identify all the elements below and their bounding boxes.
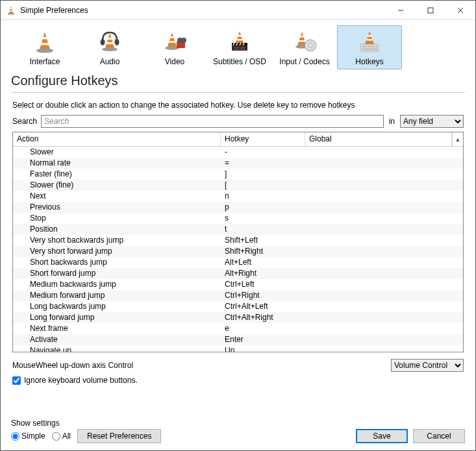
svg-point-16 bbox=[101, 39, 105, 45]
column-hotkey[interactable]: Hotkey bbox=[221, 132, 305, 146]
instruction-text: Select or double click an action to chan… bbox=[1, 98, 475, 114]
tab-label: Interface bbox=[30, 57, 60, 66]
table-row[interactable]: Long backwards jumpCtrl+Alt+Left bbox=[13, 301, 463, 312]
cell-hotkey: Alt+Right bbox=[221, 268, 305, 279]
table-row[interactable]: Short forward jumpAlt+Right bbox=[13, 268, 463, 279]
svg-marker-8 bbox=[40, 32, 50, 49]
cancel-button[interactable]: Cancel bbox=[413, 429, 465, 443]
table-row[interactable]: Medium backwards jumpCtrl+Left bbox=[13, 279, 463, 290]
ignore-kb-text: Ignore keyboard volume buttons. bbox=[24, 376, 138, 385]
cell-global bbox=[305, 290, 463, 301]
cell-global bbox=[305, 213, 463, 224]
radio-all[interactable] bbox=[52, 432, 60, 441]
cell-action: Next frame bbox=[13, 323, 221, 334]
cell-global bbox=[305, 147, 463, 158]
table-body[interactable]: Slower-Normal rate=Faster (fine)]Slower … bbox=[13, 147, 463, 352]
mousewheel-select[interactable]: Volume Control bbox=[391, 359, 464, 372]
table-row[interactable]: Next framee bbox=[13, 323, 463, 334]
cell-action: Medium backwards jump bbox=[13, 279, 221, 290]
tab-input-codecs[interactable]: Input / Codecs bbox=[272, 25, 337, 69]
cell-hotkey: n bbox=[221, 191, 305, 202]
svg-point-17 bbox=[115, 39, 119, 45]
cone-icon bbox=[32, 30, 57, 55]
column-action[interactable]: Action bbox=[13, 132, 221, 146]
cone-clapper-icon: 12:45 bbox=[227, 30, 252, 55]
cone-headphones-icon bbox=[97, 30, 122, 55]
search-input[interactable] bbox=[41, 115, 384, 128]
minimize-button[interactable] bbox=[386, 1, 416, 20]
cell-hotkey: [ bbox=[221, 180, 305, 191]
divider bbox=[11, 92, 465, 93]
tab-hotkeys[interactable]: Hotkeys bbox=[337, 25, 402, 69]
show-settings-label: Show settings bbox=[11, 419, 465, 428]
svg-point-40 bbox=[309, 44, 312, 47]
search-field-select[interactable]: Any field bbox=[400, 115, 464, 128]
column-global[interactable]: Global bbox=[305, 132, 452, 146]
radio-all-label[interactable]: All bbox=[52, 432, 71, 441]
cell-global bbox=[305, 301, 463, 312]
cell-hotkey: Up bbox=[221, 345, 305, 352]
cell-hotkey: Alt+Left bbox=[221, 257, 305, 268]
table-row[interactable]: Faster (fine)] bbox=[13, 169, 463, 180]
radio-simple-label[interactable]: Simple bbox=[11, 432, 45, 441]
ignore-kb-checkbox[interactable] bbox=[12, 376, 21, 385]
table-row[interactable]: Positiont bbox=[13, 224, 463, 235]
table-row[interactable]: Short backwards jumpAlt+Left bbox=[13, 257, 463, 268]
svg-rect-50 bbox=[375, 46, 377, 48]
search-row: Search in Any field bbox=[1, 114, 475, 132]
table-row[interactable]: Medium forward jumpCtrl+Right bbox=[13, 290, 463, 301]
tab-subtitles[interactable]: 12:45 Subtitles / OSD bbox=[207, 25, 272, 69]
cell-action: Position bbox=[13, 224, 221, 235]
svg-rect-48 bbox=[370, 46, 372, 48]
svg-marker-25 bbox=[236, 31, 244, 43]
cell-hotkey: Ctrl+Alt+Right bbox=[221, 312, 305, 323]
table-row[interactable]: Nextn bbox=[13, 191, 463, 202]
cell-action: Very short forward jump bbox=[13, 246, 221, 257]
table-row[interactable]: Slower (fine)[ bbox=[13, 180, 463, 191]
svg-point-15 bbox=[102, 47, 118, 51]
scroll-up-icon[interactable]: ▲ bbox=[452, 132, 463, 146]
close-button[interactable] bbox=[445, 1, 475, 20]
table-row[interactable]: Navigate upUp bbox=[13, 345, 463, 352]
table-row[interactable]: Normal rate= bbox=[13, 158, 463, 169]
tab-interface[interactable]: Interface bbox=[12, 25, 77, 69]
maximize-button[interactable] bbox=[416, 1, 445, 20]
tab-label: Hotkeys bbox=[355, 57, 383, 66]
cell-action: Short forward jump bbox=[13, 268, 221, 279]
footer: Show settings Simple All Reset Preferenc… bbox=[1, 415, 475, 451]
table-row[interactable]: Very short backwards jumpShift+Left bbox=[13, 235, 463, 246]
table-row[interactable]: Very short forward jumpShift+Right bbox=[13, 246, 463, 257]
tab-audio[interactable]: Audio bbox=[77, 25, 142, 69]
search-label: Search bbox=[12, 117, 37, 126]
cell-hotkey: - bbox=[221, 147, 305, 158]
svg-rect-13 bbox=[108, 38, 112, 40]
svg-rect-2 bbox=[9, 10, 12, 12]
save-button[interactable]: Save bbox=[356, 429, 408, 443]
cell-hotkey: Shift+Right bbox=[221, 246, 305, 257]
svg-rect-45 bbox=[362, 46, 364, 48]
reset-preferences-button[interactable]: Reset Preferences bbox=[77, 429, 161, 443]
cone-disc-icon bbox=[292, 30, 317, 55]
cell-hotkey: t bbox=[221, 224, 305, 235]
cell-hotkey: e bbox=[221, 323, 305, 334]
cone-film-icon bbox=[162, 30, 187, 55]
table-row[interactable]: Long forward jumpCtrl+Alt+Right bbox=[13, 312, 463, 323]
tab-video[interactable]: Video bbox=[142, 25, 207, 69]
table-row[interactable]: Previousp bbox=[13, 202, 463, 213]
svg-point-24 bbox=[181, 38, 186, 43]
svg-rect-36 bbox=[300, 36, 305, 38]
ignore-kb-row: Ignore keyboard volume buttons. bbox=[1, 373, 475, 387]
table-row[interactable]: Slower- bbox=[13, 147, 463, 158]
cell-action: Slower (fine) bbox=[13, 180, 221, 191]
cell-global bbox=[305, 191, 463, 202]
cell-hotkey: Enter bbox=[221, 334, 305, 345]
table-row[interactable]: ActivateEnter bbox=[13, 334, 463, 345]
cell-hotkey: s bbox=[221, 213, 305, 224]
mousewheel-label: MouseWheel up-down axis Control bbox=[12, 361, 133, 370]
table-row[interactable]: Stops bbox=[13, 213, 463, 224]
svg-rect-19 bbox=[170, 36, 175, 38]
radio-simple[interactable] bbox=[11, 432, 19, 441]
svg-rect-37 bbox=[299, 40, 305, 42]
ignore-kb-checkbox-label[interactable]: Ignore keyboard volume buttons. bbox=[12, 376, 464, 385]
cone-keyboard-icon bbox=[357, 30, 382, 55]
